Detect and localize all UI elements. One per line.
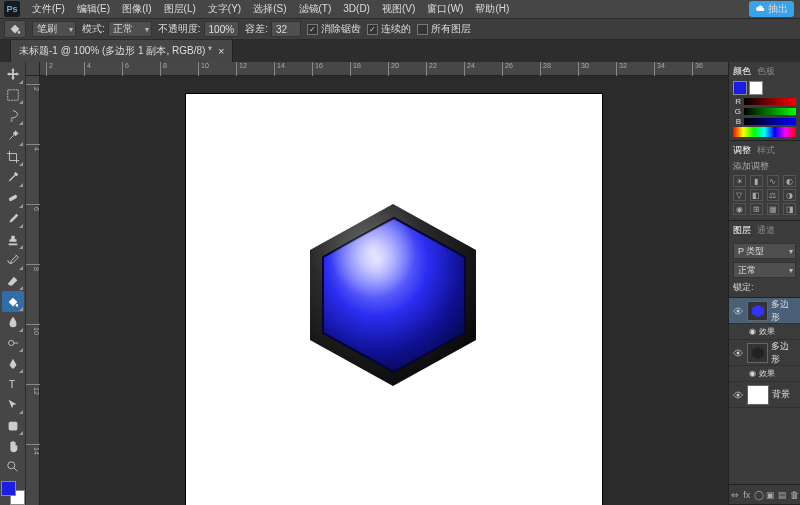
ruler-tick: 10 [198,62,209,76]
marquee-tool[interactable] [2,85,24,106]
panel-fg-swatch[interactable] [733,81,747,95]
b-slider[interactable] [744,118,796,125]
layer-thumb[interactable] [747,301,768,321]
tab-adjustments[interactable]: 调整 [733,144,751,157]
adj-levels-icon[interactable]: ▮ [750,175,763,187]
close-icon[interactable]: × [218,45,224,57]
stamp-tool[interactable] [2,229,24,250]
tab-channels[interactable]: 通道 [757,224,775,237]
adj-bw-icon[interactable]: ◑ [783,189,796,201]
layer-row-polygon[interactable]: 多边形 [729,340,800,366]
visibility-icon[interactable] [732,389,744,401]
paint-bucket-tool[interactable] [2,291,24,312]
adj-lookup-icon[interactable]: ▦ [767,203,780,215]
brush-tool[interactable] [2,209,24,230]
tolerance-input[interactable]: 32 [271,21,301,37]
menu-window[interactable]: 窗口(W) [421,0,469,18]
contiguous-checkbox[interactable]: ✓ [367,24,378,35]
layer-row-background[interactable]: 背景 [729,382,800,408]
link-layers-icon[interactable]: ⇔ [729,489,741,501]
color-swatches[interactable] [1,481,25,505]
menu-filter[interactable]: 滤镜(T) [293,0,338,18]
visibility-icon[interactable] [732,305,744,317]
adj-channel-mixer-icon[interactable]: ⊞ [750,203,763,215]
share-button[interactable]: 抽出 [749,1,794,17]
lasso-tool[interactable] [2,105,24,126]
menu-type[interactable]: 文字(Y) [202,0,247,18]
fill-source-dropdown[interactable]: 笔刷 [32,21,76,37]
fx-label: 效果 [759,326,775,337]
ruler-origin[interactable] [26,62,40,76]
adj-curves-icon[interactable]: ∿ [767,175,780,187]
antialias-checkbox[interactable]: ✓ [307,24,318,35]
layer-row-fx1[interactable]: ◉ 效果 [729,324,800,340]
document-tab[interactable]: 未标题-1 @ 100% (多边形 1 副本, RGB/8) * × [10,40,233,62]
blur-tool[interactable] [2,312,24,333]
adj-hue-icon[interactable]: ◧ [750,189,763,201]
mode-dropdown[interactable]: 正常 [108,21,152,37]
menu-select[interactable]: 选择(S) [247,0,292,18]
tool-preset-picker[interactable] [4,20,26,38]
r-slider[interactable] [744,98,796,105]
zoom-tool[interactable] [2,457,24,478]
menu-3d[interactable]: 3D(D) [337,0,376,18]
dodge-tool[interactable] [2,333,24,354]
menu-image[interactable]: 图像(I) [116,0,157,18]
spectrum-bar[interactable] [733,127,796,137]
layer-fx-icon[interactable]: fx [741,489,753,501]
adj-exposure-icon[interactable]: ◐ [783,175,796,187]
crop-tool[interactable] [2,147,24,168]
move-tool[interactable] [2,64,24,85]
pen-tool[interactable] [2,353,24,374]
lock-label: 锁定: [733,281,796,294]
panel-bg-swatch[interactable] [749,81,763,95]
foreground-color-swatch[interactable] [1,481,16,496]
visibility-icon[interactable] [732,347,744,359]
healing-tool[interactable] [2,188,24,209]
adj-photo-filter-icon[interactable]: ◉ [733,203,746,215]
ruler-tick: 10 [26,324,40,335]
all-layers-checkbox[interactable] [417,24,428,35]
hand-tool[interactable] [2,436,24,457]
eyedropper-tool[interactable] [2,167,24,188]
g-slider[interactable] [744,108,796,115]
layer-name[interactable]: 多边形 [771,298,797,324]
shape-tool[interactable] [2,415,24,436]
magic-wand-tool[interactable] [2,126,24,147]
adj-invert-icon[interactable]: ◨ [783,203,796,215]
layer-name[interactable]: 多边形 [771,340,797,366]
menu-layer[interactable]: 图层(L) [158,0,202,18]
vertical-ruler[interactable]: 2468101214 [26,76,40,505]
layer-row-fx2[interactable]: ◉ 效果 [729,366,800,382]
history-brush-tool[interactable] [2,250,24,271]
tab-layers[interactable]: 图层 [733,224,751,237]
tab-color[interactable]: 颜色 [733,65,751,78]
layer-filter-dropdown[interactable]: P 类型 [733,243,796,259]
blend-mode-dropdown[interactable]: 正常 [733,262,796,278]
tab-styles[interactable]: 样式 [757,144,775,157]
new-group-icon[interactable]: ▣ [764,489,776,501]
path-selection-tool[interactable] [2,395,24,416]
delete-layer-icon[interactable]: 🗑 [788,489,800,501]
layer-thumb[interactable] [747,385,769,405]
menu-view[interactable]: 视图(V) [376,0,421,18]
menu-help[interactable]: 帮助(H) [469,0,515,18]
layer-thumb[interactable] [747,343,768,363]
menu-file[interactable]: 文件(F) [26,0,71,18]
adj-balance-icon[interactable]: ⚖ [767,189,780,201]
layer-row-polygon-copy[interactable]: 多边形 [729,298,800,324]
app-logo: Ps [4,1,20,17]
menu-edit[interactable]: 编辑(E) [71,0,116,18]
opacity-input[interactable]: 100% [204,21,240,37]
g-label: G [733,107,741,116]
new-layer-icon[interactable]: ▤ [776,489,788,501]
horizontal-ruler[interactable]: 24681012141618202224262830323436 [40,62,728,76]
layer-name[interactable]: 背景 [772,388,790,401]
document-canvas[interactable] [186,94,602,505]
adj-vibrance-icon[interactable]: ▽ [733,189,746,201]
type-tool[interactable]: T [2,374,24,395]
tab-swatches[interactable]: 色板 [757,65,775,78]
eraser-tool[interactable] [2,271,24,292]
layer-mask-icon[interactable]: ◯ [753,489,765,501]
adj-brightness-icon[interactable]: ☀ [733,175,746,187]
